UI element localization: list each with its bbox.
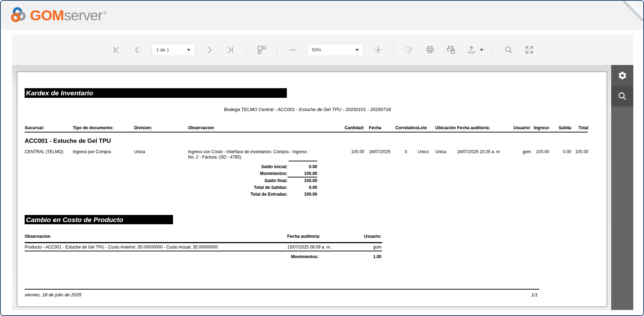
fullscreen-button[interactable] xyxy=(523,44,535,56)
app-header: GOMserver ® xyxy=(1,1,643,30)
search-button[interactable] xyxy=(502,44,514,56)
summary-label: Total de Salidas: xyxy=(232,185,288,190)
col-header-ubicacion: Ubicación xyxy=(435,125,456,130)
first-page-icon xyxy=(112,45,121,55)
section-title-kardex: Kardex de Inventario xyxy=(25,88,287,98)
col-header-ingreso: Ingreso xyxy=(531,125,549,130)
next-page-button[interactable] xyxy=(204,44,216,56)
col-header-observacion: Observacion xyxy=(188,125,214,130)
side-menu xyxy=(611,65,633,310)
page-layout-icon xyxy=(257,45,267,55)
cell-fecha: 16/07/2025 xyxy=(369,149,390,155)
summary-label: Movimientos: xyxy=(232,171,288,176)
page-select[interactable]: 1 de 1 xyxy=(152,44,195,56)
col-header-correlativo: Correlativo xyxy=(395,125,418,130)
zoom-out-button[interactable] xyxy=(286,44,299,56)
col-header-usuario: Usuario: xyxy=(509,125,531,130)
cell-cantidad: 100.00 xyxy=(339,149,364,155)
summary-label: Total de Entradas: xyxy=(232,192,288,197)
cell-usuario2: gom xyxy=(360,245,381,250)
cell-fecha-auditoria: 16/07/2025 10:25 a. m xyxy=(457,149,500,155)
report-subtitle: Bodega TELMO Central - ACC001 - Estuche … xyxy=(25,107,590,112)
export-icon xyxy=(467,45,476,55)
logo-text-server: server xyxy=(64,8,102,23)
col-header-fecha-auditoria2: Fecha auditoria: xyxy=(287,234,320,239)
previous-page-button[interactable] xyxy=(131,44,143,56)
page-layout-toggle-button[interactable] xyxy=(255,44,268,56)
next-page-icon xyxy=(205,45,214,55)
export-control[interactable] xyxy=(465,44,483,56)
cell-fecha-auditoria2: 15/07/2025 08:09 a. m. xyxy=(287,245,331,250)
gomserver-logo: GOMserver ® xyxy=(10,6,107,25)
zoom-in-button[interactable] xyxy=(372,44,384,56)
cell-ubicacion: Unica xyxy=(435,149,446,155)
footer-rule xyxy=(25,289,539,290)
col-header-sucursal: Sucursal: xyxy=(25,125,44,130)
report-toolbar: 1 de 1 93% xyxy=(12,35,633,65)
col-header-observacion2: Observacion xyxy=(25,234,51,239)
page-select-value: 1 de 1 xyxy=(156,47,169,52)
col-header-lote: Lote xyxy=(418,125,427,130)
fullscreen-icon xyxy=(524,45,534,55)
product-group-title: ACC001 - Estuche de Gel TPU xyxy=(25,137,111,145)
summary-value: 0.00 xyxy=(282,164,317,169)
cell-observacion2: Producto - ACC001 - Estuche de Gel TPU -… xyxy=(25,245,218,250)
print-icon xyxy=(425,45,435,55)
cell-tipo: Ingreso por Compra xyxy=(73,149,111,155)
col-header-fecha: Fecha xyxy=(369,125,381,130)
cell-observacion: Ingreso con Costo - Interface de inventa… xyxy=(188,149,314,160)
toolbar-separator xyxy=(277,42,277,58)
col-header-total: Total xyxy=(570,125,588,130)
col-header-division: Division: xyxy=(134,125,152,130)
app-window: GOMserver ® 1 de 1 xyxy=(0,0,644,316)
first-page-button[interactable] xyxy=(110,44,122,56)
footer-page-indicator: 1/1 xyxy=(517,292,538,297)
summary-value: 100.00 xyxy=(282,192,317,197)
logo-knot-icon xyxy=(10,6,27,24)
last-page-button[interactable] xyxy=(224,44,237,56)
print-page-setup-icon xyxy=(446,45,456,55)
chevron-down-icon xyxy=(187,49,191,51)
cell-total: 100.00 xyxy=(570,149,588,155)
col-header-cantidad: Cantidad: xyxy=(339,125,364,130)
zoom-in-icon xyxy=(374,45,383,55)
side-search-button[interactable] xyxy=(611,86,633,106)
col-header-tipo-documento: Tipo de documento: xyxy=(73,125,113,130)
report-viewer-area: Kardex de Inventario Bodega TELMO Centra… xyxy=(12,65,633,311)
table1-header-rule xyxy=(25,132,588,132)
zoom-select-value: 93% xyxy=(312,47,321,52)
summary-value: 100.00 xyxy=(282,171,317,176)
edit-parameters-icon xyxy=(405,45,414,55)
col-header-usuario2: Usuario: xyxy=(360,234,381,239)
cell-division: Unica xyxy=(134,149,145,155)
chevron-down-icon[interactable] xyxy=(480,49,483,51)
cell-lote: Unico xyxy=(418,149,429,155)
print-button[interactable] xyxy=(424,44,436,56)
export-button[interactable] xyxy=(465,44,477,56)
cell-sucursal: CENTRAL (TELMO) xyxy=(25,149,63,155)
section-title-cambio-costo: Cambio en Costo de Producto xyxy=(25,215,173,224)
page-settings-button[interactable] xyxy=(611,65,633,86)
movimientos-total-value: 1.00 xyxy=(346,254,381,259)
table2-bottom-rule xyxy=(25,251,382,251)
footer-date: viernes, 18 de julio de 2025 xyxy=(25,292,81,297)
cell-salida: 0.00 xyxy=(553,149,571,155)
gear-icon xyxy=(618,71,627,80)
zoom-select[interactable]: 93% xyxy=(307,44,364,56)
col-header-salida: Salida xyxy=(553,125,571,130)
cell-usuario: gom xyxy=(509,149,531,155)
cell-ingreso: 100.00 xyxy=(531,149,549,155)
print-page-setup-button[interactable] xyxy=(445,44,457,56)
summary-value: 0.00 xyxy=(282,185,317,190)
summary-value: 100.00 xyxy=(282,178,317,183)
toolbar-separator xyxy=(493,42,493,58)
toolbar-separator xyxy=(394,42,394,58)
chevron-down-icon xyxy=(355,49,359,51)
cell-correlativo: 3 xyxy=(401,149,410,155)
edit-parameters-button[interactable] xyxy=(403,44,415,56)
zoom-out-icon xyxy=(288,45,297,55)
previous-page-icon xyxy=(132,45,142,55)
summary-subtotal-rule xyxy=(288,177,317,177)
summary-top-rule xyxy=(289,161,317,161)
toolbar-region: 1 de 1 93% xyxy=(12,35,633,65)
